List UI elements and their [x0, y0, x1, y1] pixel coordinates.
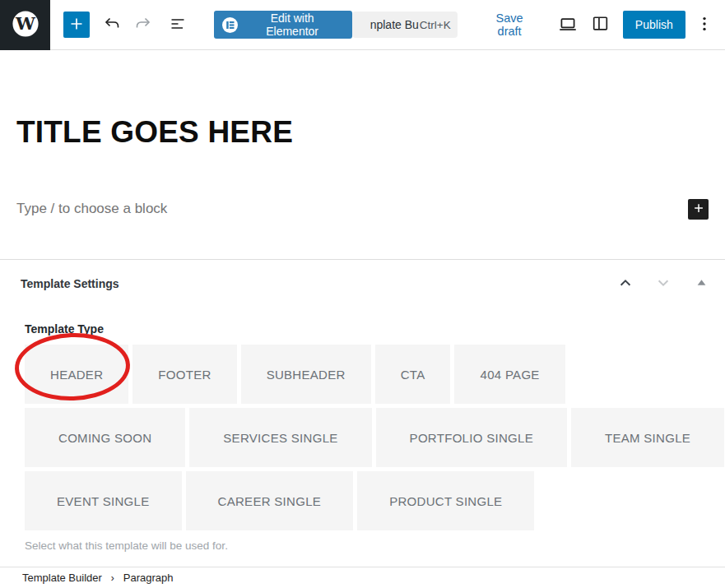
elementor-button-label: Edit with Elementor	[246, 12, 339, 38]
template-type-product-single[interactable]: PRODUCT SINGLE	[357, 471, 534, 530]
post-title[interactable]: TITLE GOES HERE	[16, 116, 709, 149]
template-type-cta[interactable]: CTA	[375, 345, 451, 404]
plus-icon	[67, 14, 86, 36]
breadcrumb-paragraph[interactable]: Paragraph	[123, 572, 174, 584]
template-settings-body: Template Type HEADERFOOTERSUBHEADERCTA40…	[0, 324, 725, 552]
template-type-career-single[interactable]: CAREER SINGLE	[186, 471, 354, 530]
triangle-up-icon	[696, 277, 707, 290]
publish-button[interactable]: Publish	[623, 11, 685, 39]
template-type-404-page[interactable]: 404 PAGE	[454, 345, 565, 404]
save-draft-button[interactable]: Save draft	[484, 12, 536, 38]
move-panel-up-button[interactable]	[616, 275, 634, 293]
template-type-row: HEADERFOOTERSUBHEADERCTA404 PAGE	[25, 345, 700, 404]
template-type-footer[interactable]: FOOTER	[132, 345, 236, 404]
sidebar-panel-icon	[590, 13, 611, 36]
template-type-services-single[interactable]: SERVICES SINGLE	[189, 408, 371, 467]
block-inserter-button[interactable]	[63, 12, 90, 38]
undo-button[interactable]	[98, 10, 126, 39]
template-type-row: EVENT SINGLECAREER SINGLEPRODUCT SINGLE	[25, 471, 700, 530]
template-settings-panel: Template Settings	[0, 259, 725, 552]
svg-text:W: W	[15, 13, 36, 34]
kebab-menu-icon	[695, 14, 714, 36]
settings-sidebar-toggle[interactable]	[587, 10, 615, 39]
redo-icon	[133, 14, 153, 36]
template-type-team-single[interactable]: TEAM SINGLE	[571, 408, 724, 467]
command-center-text: nplate Bu	[370, 18, 419, 31]
template-type-header[interactable]: HEADER	[25, 345, 128, 404]
block-placeholder[interactable]: Type / to choose a block	[16, 201, 167, 217]
chevron-down-icon	[656, 275, 671, 293]
collapse-panel-button[interactable]	[692, 275, 710, 293]
editor-topbar: W	[0, 0, 725, 50]
redo-button[interactable]	[129, 10, 157, 39]
template-type-subheader[interactable]: SUBHEADER	[241, 345, 371, 404]
panel-title: Template Settings	[21, 277, 119, 290]
empty-block-row: Type / to choose a block	[16, 198, 709, 220]
breadcrumb-template-builder[interactable]: Template Builder	[22, 572, 102, 584]
plus-icon	[691, 201, 706, 218]
chevron-up-icon	[618, 275, 633, 293]
command-center[interactable]: nplate Bu Ctrl+K	[352, 12, 458, 38]
template-type-label: Template Type	[25, 324, 700, 335]
breadcrumb-bar: Template Builder › Paragraph	[0, 567, 725, 588]
editor-canvas: TITLE GOES HERE Type / to choose a block…	[0, 116, 725, 552]
command-center-shortcut: Ctrl+K	[420, 19, 451, 31]
wordpress-icon: W	[12, 10, 40, 41]
list-view-icon	[168, 14, 188, 36]
edit-with-elementor-button[interactable]: Edit with Elementor	[214, 11, 352, 39]
template-type-rows: HEADERFOOTERSUBHEADERCTA404 PAGECOMING S…	[25, 345, 700, 530]
editor-page: W	[0, 0, 725, 588]
template-type-help-text: Select what this template will be used f…	[25, 539, 700, 552]
preview-button[interactable]	[553, 10, 581, 39]
options-menu-button[interactable]	[690, 10, 718, 39]
template-settings-header[interactable]: Template Settings	[0, 260, 725, 293]
wordpress-logo[interactable]: W	[0, 0, 50, 50]
undo-icon	[102, 14, 122, 36]
move-panel-down-button[interactable]	[654, 275, 672, 293]
template-type-row: COMING SOONSERVICES SINGLEPORTFOLIO SING…	[25, 408, 700, 467]
laptop-preview-icon	[557, 13, 579, 37]
template-type-coming-soon[interactable]: COMING SOON	[25, 408, 185, 467]
list-view-button[interactable]	[164, 10, 192, 39]
template-type-event-single[interactable]: EVENT SINGLE	[25, 471, 182, 530]
template-type-portfolio-single[interactable]: PORTFOLIO SINGLE	[376, 408, 567, 467]
breadcrumb-separator-icon: ›	[111, 572, 114, 584]
block-append-button[interactable]	[688, 199, 709, 220]
panel-controls	[616, 275, 710, 293]
elementor-icon	[222, 17, 238, 33]
